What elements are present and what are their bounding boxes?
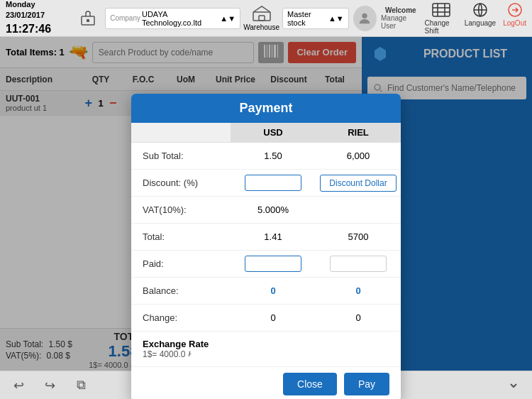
welcome-text: Welcome xyxy=(385,6,416,14)
warehouse-label: Warehouse xyxy=(243,23,279,31)
time-label: 11:27:46 xyxy=(6,21,71,37)
datetime: Monday 23/01/2017 11:27:46 xyxy=(6,0,71,37)
paid-usd-input[interactable]: 1.41 xyxy=(245,256,301,272)
change-usd: 0 xyxy=(231,310,316,326)
payment-cols: USD RIEL xyxy=(131,123,401,143)
total-row-label: Total: xyxy=(131,227,231,246)
discount-input[interactable]: 10 xyxy=(245,175,301,191)
col-riel: RIEL xyxy=(316,123,401,142)
svg-rect-3 xyxy=(259,16,265,21)
sub-total-riel: 6,000 xyxy=(316,148,401,164)
sub-total-label: Sub Total: xyxy=(131,146,231,165)
total-row-usd: 1.41 xyxy=(231,229,316,245)
total-row-riel: 5700 xyxy=(316,229,401,245)
date-label: Monday 23/01/2017 xyxy=(6,0,71,21)
payment-title: Payment xyxy=(131,94,401,123)
vat-label: VAT(10%): xyxy=(131,200,231,219)
company-name: UDAYA Technology.co.ltd xyxy=(142,10,218,27)
payment-pay-btn[interactable]: Pay xyxy=(344,373,389,395)
payment-modal: Payment USD RIEL Sub Total: 1.50 6,000 D… xyxy=(131,94,401,399)
top-bar-actions: Change Shift Language LogOut xyxy=(425,1,526,35)
svg-point-4 xyxy=(362,13,367,18)
payment-change-row: Change: 0 0 xyxy=(131,305,401,332)
logout-btn[interactable]: LogOut xyxy=(503,1,526,35)
paid-label: Paid: xyxy=(131,254,231,273)
manage-user-label: Manage User xyxy=(381,14,421,30)
welcome-block: Welcome Manage User xyxy=(381,6,421,30)
redo-btn[interactable]: ↪ xyxy=(38,374,61,397)
discount-label: Discount: (%) xyxy=(131,173,231,192)
payment-modal-overlay: Payment USD RIEL Sub Total: 1.50 6,000 D… xyxy=(0,37,532,371)
paid-riel-input[interactable]: 1 xyxy=(330,256,387,272)
payment-sub-total-row: Sub Total: 1.50 6,000 xyxy=(131,143,401,170)
company-select[interactable]: Company UDAYA Technology.co.ltd ▲▼ xyxy=(105,8,240,29)
company-icon xyxy=(75,9,101,28)
language-label: Language xyxy=(465,19,497,27)
payment-paid-row: Paid: 1.41 1 xyxy=(131,251,401,278)
change-label: Change: xyxy=(131,308,231,327)
exchange-rate-section: Exchange Rate 1$= 4000.0៛ xyxy=(131,332,401,366)
svg-rect-5 xyxy=(433,4,450,16)
change-riel: 0 xyxy=(316,310,401,326)
discount-input-wrap[interactable]: 10 xyxy=(231,172,316,194)
payment-close-btn[interactable]: Close xyxy=(283,373,337,395)
payment-vat-row: VAT(10%): 5.000% xyxy=(131,197,401,224)
user-avatar xyxy=(353,6,377,31)
balance-riel: 0 xyxy=(316,283,401,299)
logout-label: LogOut xyxy=(503,19,526,27)
exchange-rate-label: Exchange Rate xyxy=(143,339,389,349)
balance-usd: 0 xyxy=(231,283,316,299)
copy-btn[interactable]: ⧉ xyxy=(70,374,92,397)
stock-select[interactable]: Master stock ▲▼ xyxy=(282,8,349,29)
top-bar: Monday 23/01/2017 11:27:46 Company UDAYA… xyxy=(0,0,532,37)
sub-total-usd: 1.50 xyxy=(231,148,316,164)
chevron-down-btn[interactable] xyxy=(502,374,525,397)
balance-label: Balance: xyxy=(131,281,231,300)
exchange-rate-value: 1$= 4000.0៛ xyxy=(143,349,389,359)
warehouse-icon: Warehouse xyxy=(245,5,278,31)
payment-balance-row: Balance: 0 0 xyxy=(131,278,401,305)
discount-dollar-wrap[interactable]: Discount Dollar xyxy=(316,172,401,195)
payment-total-row: Total: 1.41 5700 xyxy=(131,224,401,251)
vat-riel xyxy=(316,207,401,213)
undo-btn[interactable]: ↩ xyxy=(7,374,30,397)
language-btn[interactable]: Language xyxy=(465,1,497,35)
svg-rect-2 xyxy=(253,12,270,21)
change-shift-label: Change Shift xyxy=(425,19,458,35)
company-label: Company xyxy=(110,14,140,22)
stock-value: Master stock xyxy=(287,10,327,27)
svg-rect-1 xyxy=(87,19,89,22)
payment-footer: Close Pay xyxy=(131,366,401,399)
vat-usd: 5.000% xyxy=(231,202,316,218)
col-usd: USD xyxy=(231,123,316,142)
content-area: Total Items: 1 🔫 Clear Order Description… xyxy=(0,37,532,371)
discount-dollar-btn[interactable]: Discount Dollar xyxy=(320,175,397,192)
change-shift-btn[interactable]: Change Shift xyxy=(425,1,458,35)
payment-discount-row: Discount: (%) 10 Discount Dollar xyxy=(131,170,401,197)
